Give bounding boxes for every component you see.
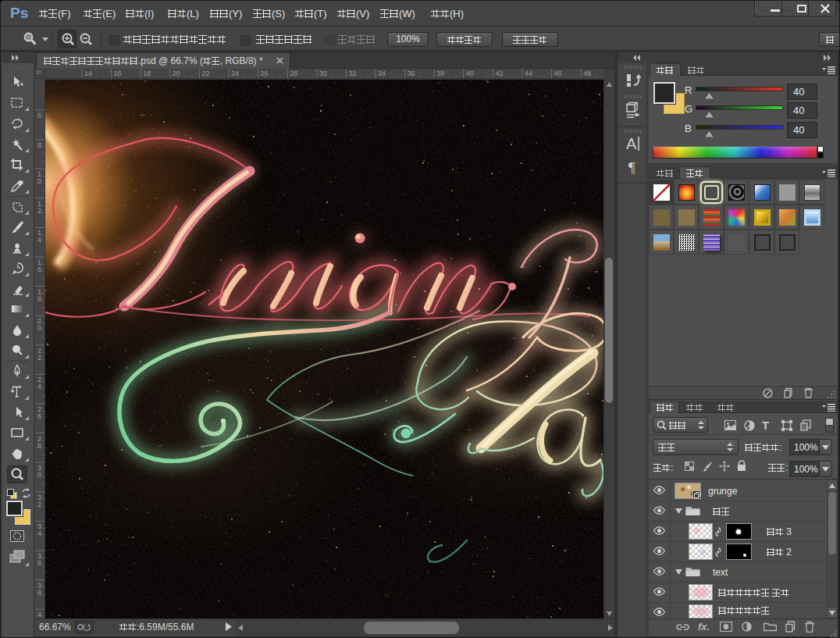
svg-text:4: 4 (37, 236, 41, 244)
svg-text:4: 4 (37, 529, 41, 537)
svg-text:A: A (626, 135, 637, 152)
svg-text:18: 18 (143, 70, 151, 77)
svg-text:0: 0 (37, 471, 41, 479)
svg-text:4: 4 (37, 383, 41, 390)
svg-text:¶: ¶ (628, 159, 635, 175)
svg-text:2: 2 (37, 354, 41, 362)
svg-text:6: 6 (37, 112, 41, 119)
svg-text:8: 8 (37, 589, 41, 597)
svg-text:20: 20 (173, 70, 180, 77)
svg-text:22: 22 (201, 70, 209, 77)
svg-text:38: 38 (436, 70, 444, 77)
svg-text:6: 6 (37, 559, 41, 567)
svg-text:34: 34 (378, 70, 386, 77)
svg-text:2: 2 (37, 207, 41, 215)
svg-text:24: 24 (231, 70, 239, 77)
svg-text:32: 32 (348, 70, 356, 77)
svg-text:42: 42 (495, 70, 503, 77)
svg-text:14: 14 (84, 70, 92, 77)
svg-text:16: 16 (114, 70, 122, 77)
svg-text:0: 0 (37, 177, 41, 185)
svg-text:28: 28 (290, 70, 297, 77)
svg-text:48: 48 (583, 70, 591, 77)
svg-text:8: 8 (37, 295, 41, 303)
svg-text:6: 6 (37, 412, 41, 420)
svg-text:40: 40 (466, 70, 474, 77)
svg-text:8: 8 (37, 141, 41, 149)
svg-text:36: 36 (408, 70, 415, 77)
svg-text:8: 8 (37, 442, 41, 450)
svg-text:44: 44 (525, 70, 532, 77)
svg-text:6: 6 (37, 266, 41, 273)
svg-text:46: 46 (554, 70, 562, 77)
svg-text:30: 30 (319, 70, 327, 77)
svg-text:0: 0 (37, 324, 41, 332)
svg-text:26: 26 (261, 70, 269, 77)
svg-text:2: 2 (37, 501, 41, 508)
